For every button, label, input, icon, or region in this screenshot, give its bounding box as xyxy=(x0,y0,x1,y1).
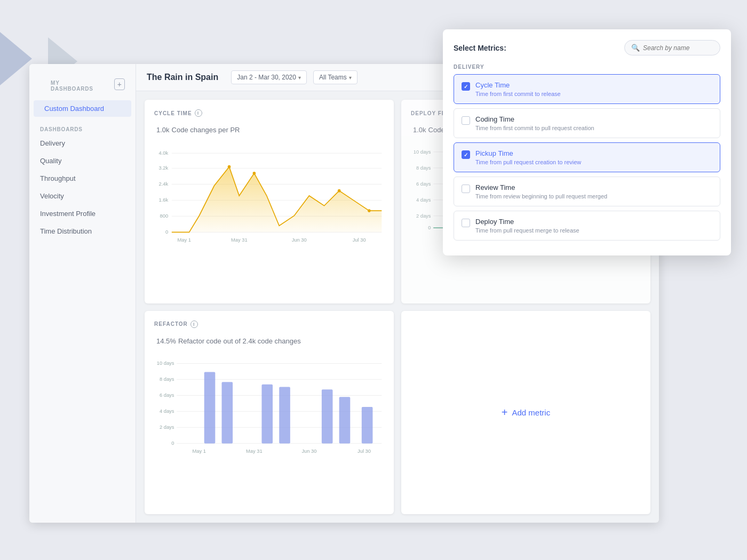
svg-point-13 xyxy=(228,165,231,169)
svg-rect-53 xyxy=(279,387,290,443)
search-input[interactable] xyxy=(643,44,712,52)
deploy-time-option-text: Deploy Time Time from pull request merge… xyxy=(475,218,579,234)
svg-text:Jul 30: Jul 30 xyxy=(357,449,371,454)
metric-option-pickup-time[interactable]: Pickup Time Time from pull request creat… xyxy=(454,142,720,172)
cycle-time-option-desc: Time from first commit to release xyxy=(475,91,561,97)
sidebar-item-quality[interactable]: Quality xyxy=(29,152,136,170)
svg-text:May 31: May 31 xyxy=(231,237,248,243)
metric-option-review-time[interactable]: Review Time Time from review beginning t… xyxy=(454,177,720,206)
search-icon: 🔍 xyxy=(631,44,640,52)
dashboard-title: The Rain in Spain xyxy=(147,73,218,82)
cycle-time-option-text: Cycle Time Time from first commit to rel… xyxy=(475,81,561,97)
svg-rect-51 xyxy=(221,382,233,443)
review-time-option-text: Review Time Time from review beginning t… xyxy=(475,183,607,199)
svg-text:0: 0 xyxy=(428,225,431,230)
svg-text:8 days: 8 days xyxy=(160,377,174,382)
svg-point-14 xyxy=(253,172,256,175)
svg-text:Jun 30: Jun 30 xyxy=(301,449,316,454)
sidebar-header: MY DASHBOARDS + xyxy=(29,69,136,99)
deploy-time-checkbox[interactable] xyxy=(462,219,470,227)
add-metric-button[interactable]: + Add metric xyxy=(502,406,550,419)
refactor-title: REFACTOR i xyxy=(154,321,384,328)
cycle-time-chart-area: 4.0k 3.2k 2.4k 1.6k 800 0 xyxy=(154,142,384,251)
cycle-time-info-icon[interactable]: i xyxy=(195,109,202,117)
svg-text:2 days: 2 days xyxy=(416,213,431,219)
svg-text:6 days: 6 days xyxy=(416,181,431,187)
deploy-time-option-name: Deploy Time xyxy=(475,218,579,226)
metric-option-cycle-time[interactable]: Cycle Time Time from first commit to rel… xyxy=(454,74,720,104)
sidebar-item-time-distribution[interactable]: Time Distribution xyxy=(29,222,136,240)
svg-text:10 days: 10 days xyxy=(414,149,431,155)
date-chevron-icon: ▾ xyxy=(298,75,301,81)
coding-time-option-desc: Time from first commit to pull request c… xyxy=(475,125,594,131)
cycle-time-card: CYCLE TIME i 1.0kCode changes per PR 4.0… xyxy=(145,100,394,303)
cycle-time-value: 1.0kCode changes per PR xyxy=(154,119,384,136)
add-metric-card[interactable]: + Add metric xyxy=(401,311,650,515)
coding-time-option-name: Coding Time xyxy=(475,115,594,123)
svg-text:10 days: 10 days xyxy=(157,361,174,366)
svg-rect-56 xyxy=(362,407,373,443)
pickup-time-option-text: Pickup Time Time from pull request creat… xyxy=(475,149,581,165)
refactor-info-icon[interactable]: i xyxy=(190,321,198,328)
cycle-time-checkbox[interactable] xyxy=(462,82,470,91)
add-metric-label: Add metric xyxy=(512,408,550,417)
svg-text:800: 800 xyxy=(160,213,169,219)
svg-marker-12 xyxy=(172,167,382,233)
metric-option-coding-time[interactable]: Coding Time Time from first commit to pu… xyxy=(454,108,720,138)
svg-text:May 1: May 1 xyxy=(193,449,206,454)
team-filter-button[interactable]: All Teams ▾ xyxy=(313,70,357,84)
svg-text:May 1: May 1 xyxy=(177,237,191,243)
sidebar-item-custom-dashboard[interactable]: Custom Dashboard xyxy=(34,100,131,117)
review-time-checkbox[interactable] xyxy=(462,185,470,193)
sidebar-item-investment-profile[interactable]: Investment Profile xyxy=(29,205,136,222)
overlay-header: Select Metrics: 🔍 xyxy=(454,40,720,55)
sidebar-item-delivery[interactable]: Delivery xyxy=(29,134,136,152)
svg-rect-52 xyxy=(261,384,273,443)
svg-text:0: 0 xyxy=(165,229,168,235)
team-chevron-icon: ▾ xyxy=(349,75,352,81)
svg-text:1.6k: 1.6k xyxy=(159,197,169,203)
date-filter-button[interactable]: Jan 2 - Mar 30, 2020 ▾ xyxy=(231,70,307,84)
sidebar: MY DASHBOARDS + Custom Dashboard DASHBOA… xyxy=(29,64,136,523)
select-metrics-panel: Select Metrics: 🔍 DELIVERY Cycle Time Ti… xyxy=(443,29,731,255)
refactor-chart: 10 days 8 days 6 days 4 days 2 days 0 xyxy=(154,354,384,460)
cycle-time-title: CYCLE TIME i xyxy=(154,109,384,117)
plus-icon: + xyxy=(502,406,508,419)
add-dashboard-button[interactable]: + xyxy=(114,78,125,90)
svg-text:6 days: 6 days xyxy=(160,393,174,398)
cycle-time-chart: 4.0k 3.2k 2.4k 1.6k 800 0 xyxy=(154,142,384,249)
svg-text:Jun 30: Jun 30 xyxy=(292,237,307,243)
sidebar-item-velocity[interactable]: Velocity xyxy=(29,187,136,205)
review-time-option-desc: Time from review beginning to pull reque… xyxy=(475,193,607,199)
svg-text:2 days: 2 days xyxy=(160,425,174,430)
svg-text:3.2k: 3.2k xyxy=(159,165,169,171)
date-range-label: Jan 2 - Mar 30, 2020 xyxy=(237,74,296,81)
coding-time-option-text: Coding Time Time from first commit to pu… xyxy=(475,115,594,131)
svg-text:4 days: 4 days xyxy=(416,197,431,203)
svg-text:8 days: 8 days xyxy=(416,165,431,171)
deploy-time-option-desc: Time from pull request merge to release xyxy=(475,227,579,234)
svg-text:2.4k: 2.4k xyxy=(159,181,169,187)
pickup-time-checkbox[interactable] xyxy=(462,150,470,159)
svg-text:4.0k: 4.0k xyxy=(159,150,169,156)
svg-rect-55 xyxy=(339,397,351,443)
svg-text:0: 0 xyxy=(171,441,174,446)
cycle-time-option-name: Cycle Time xyxy=(475,81,561,89)
svg-text:May 31: May 31 xyxy=(246,449,263,454)
sidebar-item-throughput[interactable]: Throughput xyxy=(29,170,136,187)
delivery-category-label: DELIVERY xyxy=(454,64,720,70)
metric-option-deploy-time[interactable]: Deploy Time Time from pull request merge… xyxy=(454,211,720,241)
search-box[interactable]: 🔍 xyxy=(624,40,720,55)
refactor-card: REFACTOR i 14.5%Refactor code out of 2.4… xyxy=(145,311,394,515)
refactor-chart-area: 10 days 8 days 6 days 4 days 2 days 0 xyxy=(154,354,384,462)
svg-point-15 xyxy=(338,189,341,193)
dashboards-label: DASHBOARDS xyxy=(29,122,136,134)
svg-rect-54 xyxy=(322,389,333,443)
coding-time-checkbox[interactable] xyxy=(462,116,470,125)
review-time-option-name: Review Time xyxy=(475,183,607,191)
pickup-time-option-name: Pickup Time xyxy=(475,149,581,157)
svg-point-16 xyxy=(368,209,371,212)
svg-text:Jul 30: Jul 30 xyxy=(353,237,366,243)
my-dashboards-label: MY DASHBOARDS xyxy=(40,74,110,95)
overlay-title: Select Metrics: xyxy=(454,44,506,52)
